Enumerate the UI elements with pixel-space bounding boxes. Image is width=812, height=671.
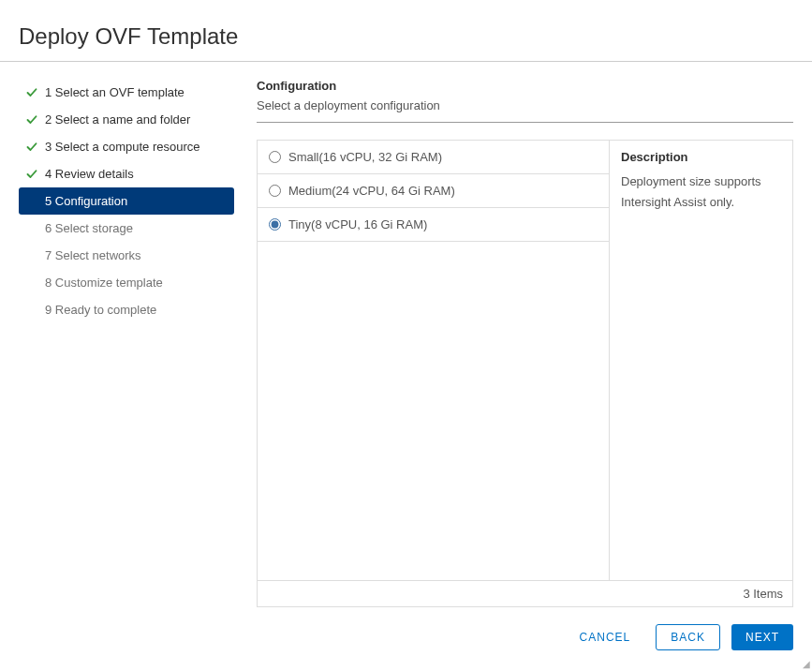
step-label: 1 Select an OVF template — [45, 83, 185, 101]
option-label: Small(16 vCPU, 32 Gi RAM) — [288, 150, 442, 164]
wizard-steps: 1 Select an OVF template 2 Select a name… — [19, 62, 234, 607]
resize-handle-icon[interactable]: ◢ — [803, 660, 810, 669]
step-label: 2 Select a name and folder — [45, 111, 190, 128]
description-column: Description Deployment size supports Int… — [610, 141, 792, 580]
items-count-bar: 3 Items — [258, 580, 792, 606]
option-small[interactable]: Small(16 vCPU, 32 Gi RAM) — [258, 141, 609, 174]
option-medium-radio[interactable] — [269, 185, 281, 197]
option-tiny-radio[interactable] — [269, 218, 281, 231]
step-ready-to-complete: 9 Ready to complete — [19, 296, 234, 323]
button-bar: CANCEL BACK NEXT — [566, 624, 793, 650]
step-label: 9 Ready to complete — [45, 301, 156, 319]
checkmark-icon — [19, 139, 45, 156]
checkmark-icon — [19, 112, 45, 128]
checkmark-icon — [19, 84, 45, 101]
configuration-area: Small(16 vCPU, 32 Gi RAM) Medium(24 vCPU… — [257, 140, 793, 607]
step-select-networks: 7 Select networks — [19, 242, 234, 269]
panel-subtitle: Select a deployment configuration — [257, 98, 793, 112]
cancel-button[interactable]: CANCEL — [566, 624, 645, 650]
options-column: Small(16 vCPU, 32 Gi RAM) Medium(24 vCPU… — [258, 141, 610, 580]
step-configuration[interactable]: 5 Configuration — [19, 187, 234, 215]
step-customize-template: 8 Customize template — [19, 269, 234, 296]
description-heading: Description — [621, 150, 781, 164]
next-button[interactable]: NEXT — [731, 624, 793, 650]
checkmark-icon — [19, 166, 45, 183]
option-label: Tiny(8 vCPU, 16 Gi RAM) — [288, 217, 427, 231]
step-label: 5 Configuration — [45, 192, 127, 210]
step-label: 4 Review details — [45, 165, 134, 183]
description-text: Deployment size supports Intersight Assi… — [621, 171, 781, 213]
step-label: 3 Select a compute resource — [45, 138, 199, 156]
option-tiny[interactable]: Tiny(8 vCPU, 16 Gi RAM) — [258, 208, 609, 242]
main-panel: Configuration Select a deployment config… — [234, 62, 793, 607]
dialog-title: Deploy OVF Template — [0, 0, 812, 62]
back-button[interactable]: BACK — [656, 624, 720, 650]
step-select-name-folder[interactable]: 2 Select a name and folder — [19, 106, 234, 133]
option-small-radio[interactable] — [269, 151, 281, 163]
step-label: 7 Select networks — [45, 246, 141, 264]
option-medium[interactable]: Medium(24 vCPU, 64 Gi RAM) — [258, 174, 609, 208]
step-select-compute-resource[interactable]: 3 Select a compute resource — [19, 133, 234, 160]
step-label: 8 Customize template — [45, 274, 163, 291]
panel-divider — [257, 122, 793, 123]
step-select-ovf-template[interactable]: 1 Select an OVF template — [19, 79, 234, 106]
step-select-storage: 6 Select storage — [19, 215, 234, 242]
panel-heading: Configuration — [257, 79, 793, 93]
step-label: 6 Select storage — [45, 219, 133, 237]
step-review-details[interactable]: 4 Review details — [19, 160, 234, 187]
option-label: Medium(24 vCPU, 64 Gi RAM) — [288, 184, 455, 198]
